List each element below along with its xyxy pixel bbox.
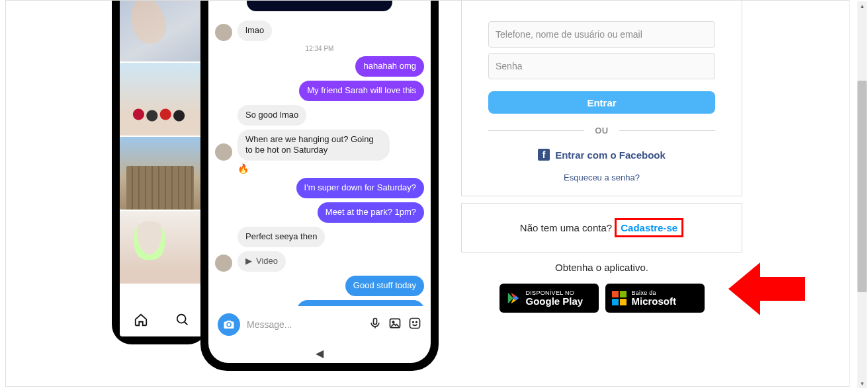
scroll-down-button[interactable]: ▾ (857, 379, 867, 388)
story-tile (120, 63, 204, 136)
sticker-icon[interactable] (408, 317, 421, 333)
video-message: ▶ Video (238, 251, 286, 272)
svg-rect-1 (374, 318, 377, 324)
fire-reaction-icon: 🔥 (238, 163, 424, 174)
phone-front-screen: lmao 12:34 PM hahahah omg My friend Sara… (208, 0, 431, 363)
microsoft-big: Microsoft (632, 296, 677, 306)
message-bubble: hahahah omg (355, 56, 424, 77)
chat-shared-image (247, 0, 392, 11)
chat-timestamp: 12:34 PM (215, 45, 424, 52)
avatar (215, 255, 232, 272)
story-tile (120, 137, 204, 210)
phone-back-nav (120, 307, 204, 336)
story-tile (120, 0, 204, 61)
signup-link[interactable]: Cadastre-se (619, 221, 679, 235)
app-store-row: DISPONÍVEL NO Google Play Baixe da Micro… (461, 284, 742, 313)
message-bubble: Reels just keep getting better (297, 300, 424, 306)
arrow-body (759, 277, 805, 301)
video-label: Video (256, 256, 278, 267)
scroll-up-button[interactable]: ▴ (857, 1, 867, 11)
message-row: I'm super down for Saturday? (215, 178, 424, 198)
message-row: ▶ Video (215, 251, 424, 272)
message-row: My friend Sarah will love this (215, 81, 424, 101)
divider-line (488, 130, 584, 131)
facebook-icon: f (538, 149, 550, 161)
phone-mockups: lmao 12:34 PM hahahah omg My friend Sara… (112, 0, 456, 387)
signup-highlight-box: Cadastre-se (615, 218, 683, 237)
message-row: So good lmao (215, 105, 424, 126)
username-field[interactable]: Telefone, nome de usuário ou email (488, 21, 715, 48)
login-column: Telefone, nome de usuário ou email Senha… (461, 0, 742, 313)
svg-point-3 (392, 321, 394, 323)
svg-point-0 (177, 315, 186, 323)
message-bubble: I'm super down for Saturday? (296, 178, 424, 198)
message-bubble: Perfect seeya then (238, 227, 325, 247)
message-row: Good stuff today (215, 276, 424, 296)
signup-prompt: Não tem uma conta? (520, 222, 615, 233)
phone-front: lmao 12:34 PM hahahah omg My friend Sara… (200, 0, 439, 371)
story-column (120, 0, 204, 307)
divider-line (619, 130, 715, 131)
play-icon: ▶ (245, 256, 252, 267)
message-row: lmao (215, 20, 424, 41)
password-field[interactable]: Senha (488, 53, 715, 79)
page-viewport: lmao 12:34 PM hahahah omg My friend Sara… (5, 0, 849, 387)
message-row: hahahah omg (215, 56, 424, 77)
avatar (215, 143, 232, 161)
message-row: Perfect seeya then (215, 227, 424, 247)
message-input[interactable]: Message... (247, 319, 362, 330)
android-nav-bar: ◀ (208, 343, 431, 363)
get-app-label: Obtenha o aplicativo. (461, 262, 742, 273)
avatar (215, 24, 232, 41)
facebook-login-button[interactable]: f Entrar com o Facebook (488, 149, 715, 161)
google-play-text: DISPONÍVEL NO Google Play (526, 290, 584, 306)
home-icon (134, 313, 148, 331)
forgot-password-link[interactable]: Esqueceu a senha? (488, 173, 715, 182)
message-bubble: Good stuff today (345, 276, 424, 296)
message-bubble: My friend Sarah will love this (299, 81, 424, 101)
message-bubble: lmao (238, 20, 272, 41)
back-triangle-icon: ◀ (316, 347, 324, 360)
phone-back-screen (120, 0, 204, 336)
message-row: Reels just keep getting better (215, 300, 424, 306)
svg-point-6 (416, 321, 417, 323)
login-card: Telefone, nome de usuário ou email Senha… (461, 0, 742, 196)
login-divider: OU (488, 126, 715, 136)
search-icon (175, 313, 190, 331)
chat-body: lmao 12:34 PM hahahah omg My friend Sara… (208, 15, 431, 306)
google-play-button[interactable]: DISPONÍVEL NO Google Play (499, 284, 599, 313)
svg-point-5 (413, 321, 414, 323)
story-tile (120, 211, 204, 284)
microsoft-store-button[interactable]: Baixe da Microsoft (605, 284, 705, 313)
facebook-login-label: Entrar com o Facebook (555, 149, 666, 161)
message-row: When are we hanging out? Going to be hot… (215, 130, 424, 161)
image-icon[interactable] (388, 317, 402, 333)
message-bubble: When are we hanging out? Going to be hot… (238, 130, 390, 161)
arrow-head-icon (728, 262, 760, 315)
message-bubble: So good lmao (238, 105, 306, 126)
message-bubble: Meet at the park? 1pm? (318, 202, 424, 223)
message-row: Meet at the park? 1pm? (215, 202, 424, 223)
svg-rect-4 (410, 318, 420, 328)
microsoft-icon (612, 291, 627, 305)
signup-card: Não tem uma conta? Cadastre-se (461, 203, 742, 253)
annotation-arrow (728, 262, 808, 315)
google-play-big: Google Play (526, 296, 584, 306)
password-placeholder: Senha (496, 61, 522, 71)
camera-button[interactable] (218, 313, 240, 336)
scrollbar-thumb[interactable] (857, 81, 867, 292)
phone-back (112, 0, 208, 344)
username-placeholder: Telefone, nome de usuário ou email (496, 29, 642, 40)
microsoft-store-text: Baixe da Microsoft (632, 290, 677, 306)
divider-text: OU (595, 126, 609, 136)
mic-icon[interactable] (369, 317, 382, 333)
login-button[interactable]: Entrar (488, 91, 715, 114)
google-play-icon (506, 291, 521, 305)
chat-input-bar: Message... (208, 306, 431, 343)
